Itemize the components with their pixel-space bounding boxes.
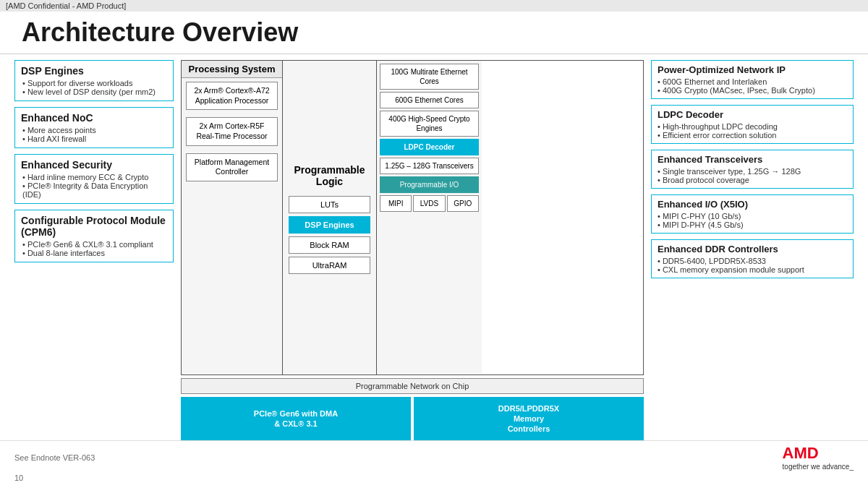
pl-ultraram: UltraRAM [289,257,370,274]
ldpc-title: LDPC Decoder [658,109,847,120]
ldpc-bullet-1: High-throughput LDPC decoding [658,122,847,131]
ddr-right-bullet-1: DDR5-6400, LPDDR5X-8533 [658,257,847,265]
center-diagram: Processing System 2x Arm® Cortex®-A72 Ap… [181,57,644,440]
security-bullet-1: Hard inline memory ECC & Crypto [21,173,167,181]
network-ip-block: Power-Optimized Network IP 600G Ethernet… [651,60,854,99]
tc-100g: 100G Multirate Ethernet Cores [380,64,479,90]
right-panel: Power-Optimized Network IP 600G Ethernet… [651,57,854,440]
tc-io-row: MIPI LVDS GPIO [380,195,479,212]
amd-logo-area: AMD together we advance_ [783,444,854,471]
bottom-row: PCIe® Gen6 with DMA & CXL® 3.1 DDR5/LPDD… [181,397,644,440]
confidential-bar: [AMD Confidential - AMD Product] [0,0,868,12]
tc-ldpc: LDPC Decoder [380,139,479,155]
transceivers-title: Enhanced Transceivers [658,154,847,165]
cpm-bullet-2: Dual 8-lane interfaces [21,249,167,257]
ps-block-0: 2x Arm® Cortex®-A72 Application Processo… [186,82,278,110]
ps-block-2: Platform Management Controller [186,153,278,181]
footer-left: See Endnote VER-063 [14,453,95,462]
transceivers-bullet-2: Broad protocol coverage [658,176,847,184]
security-feature-block: Enhanced Security Hard inline memory ECC… [14,154,174,204]
noc-feature-block: Enhanced NoC More access points Hard AXI… [14,107,174,148]
diagram-main: Processing System 2x Arm® Cortex®-A72 Ap… [181,60,644,375]
ddr-label: DDR5/LPDDR5X Memory Controllers [498,403,559,435]
dsp-title: DSP Engines [21,65,167,77]
tc-prog-io: Programmable I/O [380,176,479,193]
amd-logo: AMD [783,444,854,463]
noc-bullet-1: More access points [21,126,167,134]
programmable-logic: Programmable Logic LUTs DSP Engines Bloc… [283,61,377,374]
page-title: Architecture Overview [0,12,868,52]
confidential-text: [AMD Confidential - AMD Product] [6,1,126,10]
footer: See Endnote VER-063 AMD together we adva… [0,440,868,474]
cpm-feature-block: Configurable Protocol Module (CPM6) PCIe… [14,210,174,262]
ddr-block: DDR5/LPDDR5X Memory Controllers [414,397,644,440]
amd-tagline: together we advance_ [783,463,854,471]
pl-luts: LUTs [289,196,370,213]
pl-dsp: DSP Engines [289,216,370,234]
pcie-label: PCIe® Gen6 with DMA & CXL® 3.1 [254,408,338,429]
transceivers-bullet-1: Single transceiver type, 1.25G → 128G [658,167,847,176]
network-ip-bullet-1: 600G Ethernet and Interlaken [658,77,847,86]
dsp-feature-block: DSP Engines Support for diverse workload… [14,60,174,101]
ddr-right-block: Enhanced DDR Controllers DDR5-6400, LPDD… [651,239,854,278]
network-ip-title: Power-Optimized Network IP [658,64,847,75]
prog-logic-title: Programmable Logic [283,161,376,190]
noc-bullet-2: Hard AXI firewall [21,134,167,143]
io-bullet-1: MIPI C-PHY (10 Gb/s) [658,212,847,221]
pl-inner-blocks: LUTs DSP Engines Block RAM UltraRAM [283,196,376,274]
cpm-title: Configurable Protocol Module (CPM6) [21,215,167,238]
endnote-text: See Endnote VER-063 [14,453,95,462]
tc-125g-128g: 1.25G – 128G Transceivers [380,158,479,174]
tc-600g: 600G Ethernet Cores [380,92,479,108]
ddr-right-title: Enhanced DDR Controllers [658,244,847,254]
security-title: Enhanced Security [21,159,167,171]
pl-block-ram: Block RAM [289,236,370,254]
ldpc-block: LDPC Decoder High-throughput LDPC decodi… [651,105,854,144]
main-content: DSP Engines Support for diverse workload… [0,57,868,440]
transceivers-block: Enhanced Transceivers Single transceiver… [651,150,854,189]
ps-block-1: 2x Arm Cortex-R5F Real-Time Processor [186,117,278,145]
footer-right: AMD together we advance_ [783,444,854,471]
ps-title: Processing System [182,61,282,78]
network-ip-bullet-2: 400G Crypto (MACsec, IPsec, Bulk Crypto) [658,86,847,95]
tc-mipi: MIPI [380,195,412,212]
cpm-bullet-1: PCIe® Gen6 & CXL® 3.1 compliant [21,240,167,249]
io-title: Enhanced I/O (X5IO) [658,199,847,210]
dsp-bullet-1: Support for diverse workloads [21,79,167,87]
tc-400g: 400G High-Speed Crypto Engines [380,111,479,137]
io-block: Enhanced I/O (X5IO) MIPI C-PHY (10 Gb/s)… [651,194,854,234]
io-bullet-2: MIPI D-PHY (4.5 Gb/s) [658,221,847,229]
ddr-right-bullet-2: CXL memory expansion module support [658,265,847,274]
left-panel: DSP Engines Support for diverse workload… [14,57,174,440]
processing-system: Processing System 2x Arm® Cortex®-A72 Ap… [182,61,283,374]
ldpc-bullet-2: Efficient error correction solution [658,131,847,140]
noc-bar: Programmable Network on Chip [181,378,644,394]
security-bullet-2: PCIe® Integrity & Data Encryption (IDE) [21,181,167,199]
noc-title: Enhanced NoC [21,112,167,124]
pcie-block: PCIe® Gen6 with DMA & CXL® 3.1 [181,397,411,440]
dsp-bullet-2: New level of DSP density (per mm2) [21,87,167,96]
page-number: 10 [14,474,23,482]
tc-gpio: GPIO [447,195,479,212]
tc-lvds: LVDS [413,195,445,212]
transceivers-col: 100G Multirate Ethernet Cores 600G Ether… [377,61,482,374]
